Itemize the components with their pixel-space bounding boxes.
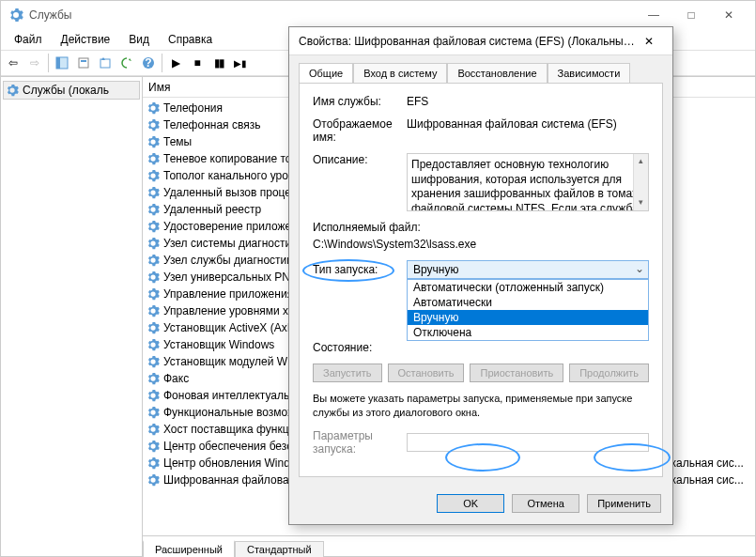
tree-panel: Службы (локаль [1,77,143,556]
apply-button[interactable]: Применить [587,494,661,513]
maximize-button[interactable]: □ [672,2,710,28]
window-title: Службы [29,8,635,22]
label-display-name: Отображаемое имя: [313,117,407,144]
dialog-close-button[interactable]: ✕ [635,35,663,48]
label-service-name: Имя службы: [313,95,407,108]
gear-icon [147,203,160,216]
description-text: Предоставляет основную технологию шифров… [411,158,639,211]
label-description: Описание: [313,153,407,166]
description-box[interactable]: Предоставляет основную технологию шифров… [407,153,649,211]
label-state: Состояние: [313,341,407,354]
label-startup-type: Тип запуска: [313,263,407,276]
gear-icon [147,389,160,402]
bottom-tabs: Расширенный Стандартный [143,535,755,556]
restart-service-button[interactable]: ▶▮ [230,53,251,73]
gear-icon [147,152,160,165]
show-hide-tree-button[interactable] [52,53,72,73]
description-scrollbar[interactable]: ▴ ▾ [633,154,648,210]
close-button[interactable]: ✕ [710,2,748,28]
services-icon [6,84,19,97]
forward-button[interactable]: ⇨ [24,53,45,73]
gear-icon [147,254,160,267]
menu-file[interactable]: Файл [5,31,52,48]
startup-type-value: Вручную [413,263,458,276]
value-exe: C:\Windows\System32\lsass.exe [313,238,476,251]
gear-icon [147,118,160,132]
gear-icon [147,220,160,233]
startup-type-select[interactable]: Вручную [407,260,649,279]
label-params: Параметры запуска: [313,429,407,456]
pause-service-button[interactable]: ▮▮ [208,53,229,73]
export-button[interactable] [95,53,116,73]
scroll-up-icon[interactable]: ▴ [634,154,648,169]
gear-icon [147,186,160,199]
tree-root-node[interactable]: Службы (локаль [3,81,140,100]
stop-service-button[interactable]: ■ [187,53,208,73]
svg-text:?: ? [145,56,151,70]
gear-icon [147,372,160,385]
menu-help[interactable]: Справка [159,31,222,48]
gear-icon [147,237,160,250]
params-note: Вы можете указать параметры запуска, при… [313,392,649,420]
tab-standard[interactable]: Стандартный [235,541,324,557]
cancel-button[interactable]: Отмена [512,494,579,513]
gear-icon [147,456,160,470]
stop-button: Остановить [388,364,465,382]
tab-general[interactable]: Общие [299,63,353,83]
help-button[interactable]: ? [138,53,159,73]
main-titlebar: Службы — □ ✕ [1,1,755,29]
startup-type-dropdown: Автоматически (отложенный запуск) Автома… [407,279,649,341]
start-service-button[interactable]: ▶ [165,53,186,73]
gear-icon [147,101,160,115]
gear-icon [147,440,160,453]
gear-icon [147,423,160,436]
minimize-button[interactable]: — [635,2,672,28]
start-button: Запустить [313,364,382,382]
svg-rect-3 [81,60,86,62]
back-button[interactable]: ⇦ [3,53,23,73]
startup-option-delayed[interactable]: Автоматически (отложенный запуск) [408,280,648,295]
startup-option-manual[interactable]: Вручную [408,310,648,325]
dialog-titlebar[interactable]: Свойства: Шифрованная файловая система (… [289,27,672,55]
refresh-button[interactable] [116,53,137,73]
gear-icon [147,355,160,368]
svg-rect-4 [100,59,110,68]
tab-dependencies[interactable]: Зависимости [548,63,631,83]
svg-rect-2 [79,58,88,68]
menu-action[interactable]: Действие [52,31,120,48]
gear-icon [147,304,160,317]
menu-view[interactable]: Вид [119,31,159,48]
gear-icon [147,169,160,182]
value-service-name: EFS [407,95,649,108]
tab-extended[interactable]: Расширенный [143,540,235,557]
gear-icon [147,135,160,148]
properties-dialog: Свойства: Шифрованная файловая система (… [288,26,673,525]
dialog-tabs: Общие Вход в систему Восстановление Зави… [289,55,672,83]
startup-option-disabled[interactable]: Отключена [408,325,648,340]
gear-icon [147,271,160,284]
gear-icon [147,473,160,487]
tree-root-label: Службы (локаль [23,84,109,97]
gear-icon [147,406,160,419]
start-params-input [407,433,649,452]
gear-icon [147,287,160,301]
ok-button[interactable]: OK [437,494,504,513]
tab-recovery[interactable]: Восстановление [447,63,547,83]
gear-icon [147,338,160,351]
svg-rect-1 [56,57,60,69]
properties-button[interactable] [73,53,94,73]
gear-icon [147,321,160,334]
scroll-down-icon[interactable]: ▾ [634,195,648,210]
dialog-title: Свойства: Шифрованная файловая система (… [299,35,635,48]
pause-button: Приостановить [470,364,563,382]
tab-logon[interactable]: Вход в систему [353,63,447,83]
resume-button: Продолжить [569,364,649,382]
value-display-name: Шифрованная файловая система (EFS) [407,117,649,131]
label-exe: Исполняемый файл: [313,221,421,234]
services-icon [8,8,23,23]
startup-option-auto[interactable]: Автоматически [408,295,648,310]
